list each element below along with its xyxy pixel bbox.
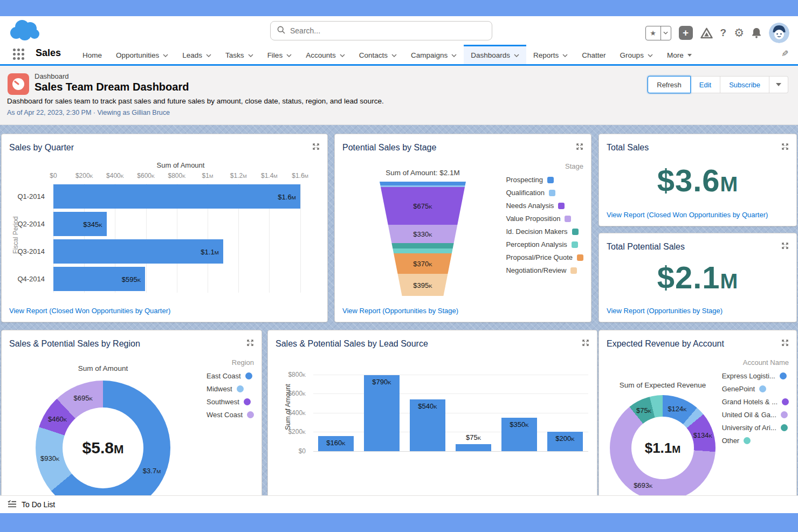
tab-more[interactable]: More — [660, 45, 699, 64]
legend-item-university-of-ari[interactable]: University of Ari... — [722, 424, 789, 432]
legend-item-genepoint[interactable]: GenePoint — [722, 385, 789, 393]
legend-item-southwest[interactable]: Southwest — [207, 398, 254, 406]
favorites-star-icon[interactable]: ★ — [646, 26, 661, 40]
tab-groups[interactable]: Groups — [613, 45, 660, 64]
legend-item-express-logisti[interactable]: Express Logisti... — [722, 372, 789, 380]
favorites-button-group[interactable]: ★ — [645, 26, 671, 40]
expand-icon[interactable] — [582, 339, 589, 349]
app-launcher-icon[interactable] — [13, 49, 26, 61]
tab-label: Opportunities — [116, 51, 159, 59]
legend-item-east-coast[interactable]: East Coast — [207, 372, 254, 380]
tab-opportunities[interactable]: Opportunities — [109, 45, 175, 64]
expand-icon[interactable] — [781, 242, 789, 252]
bar-q3-2014[interactable]: $1.1M — [53, 239, 223, 264]
view-report-link[interactable]: View Report (Closed Won Opportunities by… — [9, 307, 170, 315]
chevron-down-icon — [391, 54, 397, 57]
y-tick-label: $400K — [288, 409, 306, 417]
legend-item-id-decision-makers[interactable]: Id. Decision Makers — [506, 227, 583, 236]
bar-phone-inquiry[interactable] — [364, 375, 400, 451]
chevron-down-icon — [562, 54, 568, 57]
x-tick-label: $1M — [202, 172, 214, 179]
y-tick-label: $800K — [288, 371, 306, 378]
legend-item-grand-hotels[interactable]: Grand Hotels & ... — [722, 398, 789, 406]
edit-button[interactable]: Edit — [691, 76, 720, 93]
legend-item-west-coast[interactable]: West Coast — [207, 411, 254, 419]
expand-icon[interactable] — [576, 143, 583, 153]
legend-item-qualification[interactable]: Qualification — [506, 189, 583, 197]
x-tick-label: $600K — [137, 172, 155, 179]
caret-down-icon — [687, 54, 692, 57]
x-axis-title: Sum of Amount — [53, 161, 308, 169]
favorites-caret-icon[interactable] — [661, 26, 671, 40]
region-legend: Region East CoastMidwestSouthwestWest Co… — [207, 358, 254, 424]
view-report-link[interactable]: View Report (Opportunities by Stage) — [342, 307, 458, 315]
stage-legend: Stage ProspectingQualificationNeeds Anal… — [506, 162, 583, 279]
bar-q2-2014[interactable]: $345K — [53, 212, 107, 236]
widget-total-potential-sales: Total Potential Sales $2.1M View Report … — [598, 233, 797, 322]
funnel-segment-negotiation-review[interactable]: $395K — [380, 274, 466, 296]
funnel-segment-proposal-price-quote[interactable]: $370K — [380, 253, 466, 274]
legend-label: Qualification — [506, 189, 545, 197]
tab-home[interactable]: Home — [75, 45, 109, 64]
bar-purchased-list[interactable] — [456, 444, 491, 451]
legend-item-other[interactable]: Other — [722, 437, 789, 445]
legend-item-perception-analysis[interactable]: Perception Analysis — [506, 240, 583, 248]
legend-item-prospecting[interactable]: Prospecting — [506, 176, 583, 184]
bar-value-label: $1.1M — [201, 247, 218, 255]
account-legend: Account Name Express Logisti...GenePoint… — [722, 358, 789, 450]
tab-leads[interactable]: Leads — [175, 45, 218, 64]
tab-campaigns[interactable]: Campaigns — [404, 45, 464, 64]
bar-plot: $160KWeb$790KPhone Inquiry$540KPartner R… — [313, 372, 588, 451]
legend-item-needs-analysis[interactable]: Needs Analysis — [506, 202, 583, 210]
x-tick-label: $1.2M — [230, 172, 247, 179]
funnel-segment-perception-analysis[interactable] — [380, 248, 466, 253]
tab-label: Leads — [182, 51, 202, 59]
chevron-down-icon — [286, 54, 292, 57]
global-actions-icon[interactable]: + — [679, 26, 693, 40]
funnel-segment-needs-analysis[interactable]: $675K — [380, 187, 466, 225]
todo-list-bar[interactable]: To Do List — [0, 495, 798, 513]
entity-label: Dashboard — [35, 72, 69, 80]
view-report-link[interactable]: View Report (Closed Won Opportunities by… — [607, 211, 768, 219]
tab-dashboards[interactable]: Dashboards — [464, 45, 526, 64]
funnel-segment-prospecting[interactable] — [380, 182, 466, 185]
legend-item-midwest[interactable]: Midwest — [207, 385, 254, 393]
funnel-segment-label: $330K — [380, 230, 466, 238]
edit-nav-pencil-icon[interactable]: ✎ — [781, 49, 788, 59]
tab-tasks[interactable]: Tasks — [218, 45, 260, 64]
legend-item-negotiation-review[interactable]: Negotiation/Review — [506, 266, 583, 274]
legend-swatch — [565, 216, 571, 222]
help-icon[interactable]: ? — [720, 27, 727, 39]
tab-accounts[interactable]: Accounts — [299, 45, 352, 64]
widget-sales-by-quarter: Sales by Quarter Sum of Amount $0$200K$4… — [1, 134, 328, 322]
expand-icon[interactable] — [781, 339, 789, 349]
dashboard-as-of[interactable]: As of Apr 22, 2023, 2:30 PM · Viewing as… — [7, 109, 170, 116]
tab-files[interactable]: Files — [260, 45, 299, 64]
tab-reports[interactable]: Reports — [526, 45, 575, 64]
tab-contacts[interactable]: Contacts — [352, 45, 404, 64]
legend-item-united-oil-ga[interactable]: United Oil & Ga... — [722, 411, 789, 419]
expand-icon[interactable] — [781, 143, 789, 153]
subscribe-button[interactable]: Subscribe — [720, 76, 769, 93]
search-input[interactable] — [290, 26, 485, 35]
setup-gear-icon[interactable]: ⚙ — [734, 26, 744, 39]
bar-q1-2014[interactable]: $1.6M — [53, 184, 300, 209]
notifications-bell-icon[interactable] — [752, 27, 761, 38]
guidance-center-icon[interactable] — [700, 27, 713, 39]
legend-item-proposal-price-quote[interactable]: Proposal/Price Quote — [506, 253, 583, 261]
legend-item-value-proposition[interactable]: Value Proposition — [506, 215, 583, 223]
tab-strip: HomeOpportunitiesLeadsTasksFilesAccounts… — [75, 45, 699, 64]
user-avatar[interactable] — [769, 23, 789, 43]
expand-icon[interactable] — [312, 143, 320, 153]
widget-sales-by-lead-source: Sales & Potential Sales by Lead Source S… — [267, 330, 597, 495]
bar-value-label: $350K — [510, 420, 528, 429]
funnel-segment-id-decision-makers[interactable] — [380, 243, 466, 248]
global-search[interactable] — [270, 21, 492, 40]
more-actions-caret[interactable] — [769, 76, 788, 93]
tab-chatter[interactable]: Chatter — [575, 45, 613, 64]
expand-icon[interactable] — [246, 339, 254, 349]
refresh-button[interactable]: Refresh — [648, 76, 691, 93]
view-report-link[interactable]: View Report (Opportunities by Stage) — [607, 307, 723, 315]
funnel-segment-value-proposition[interactable]: $330K — [380, 225, 466, 243]
bar-q4-2014[interactable]: $595K — [53, 267, 145, 291]
